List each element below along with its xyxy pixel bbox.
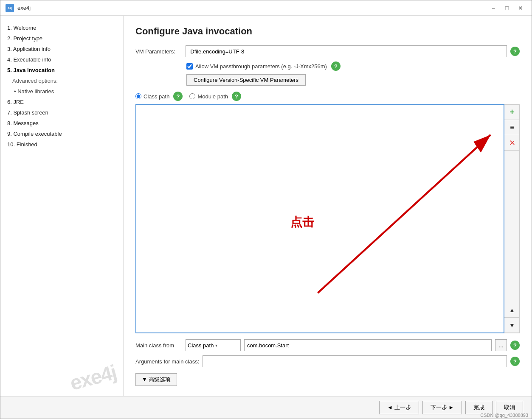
classpath-container: 点击 + ≡ ✕ ▲ ▼ [135,104,520,333]
watermark: CSDN @qq_43388893 [480,413,528,418]
vm-params-help-button[interactable]: ? [510,47,520,56]
panel-title: Configure Java invocation [135,26,520,37]
vm-params-input[interactable] [186,45,507,57]
sidebar-item-messages[interactable]: 8. Messages [0,118,123,128]
app-title: exe4j [17,5,31,11]
sidebar-nav: 1. Welcome2. Project type3. Application … [0,16,123,337]
classpath-sidebar-buttons: + ≡ ✕ ▲ ▼ [504,104,520,333]
module-path-help-button[interactable]: ? [232,92,241,101]
bottom-bar: ◄ 上一步 下一步 ► 完成 取消 CSDN @qq_43388893 [0,396,532,419]
remove-classpath-button[interactable]: ✕ [504,135,520,151]
vm-params-row: VM Parameters: ? [135,45,520,57]
class-path-radio-item: Class path ? [135,92,183,101]
sidebar-item-native-libs[interactable]: • Native libraries [0,86,123,97]
main-window: e4j exe4j − □ ✕ 1. Welcome2. Project typ… [0,0,532,419]
main-class-input[interactable] [244,339,492,351]
move-up-button[interactable]: ▲ [504,302,520,318]
allow-passthrough-row: Allow VM passthrough parameters (e.g. -J… [186,61,520,71]
class-path-help-button[interactable]: ? [173,92,183,101]
sidebar-item-advanced-options[interactable]: Advanced options: [0,75,123,86]
args-input[interactable] [203,355,507,367]
allow-passthrough-checkbox[interactable] [186,63,193,70]
main-class-help-button[interactable]: ? [510,341,520,350]
content-panel: Configure Java invocation VM Parameters:… [124,16,532,396]
next-button[interactable]: 下一步 ► [422,401,462,414]
args-label: Arguments for main class: [135,358,199,365]
prev-button[interactable]: ◄ 上一步 [379,401,419,414]
args-help-button[interactable]: ? [510,357,520,366]
titlebar-left: e4j exe4j [6,4,31,12]
main-class-browse-button[interactable]: ... [495,339,507,351]
advanced-options-button[interactable]: ▼ 高级选项 [135,373,177,386]
edit-classpath-button[interactable]: ≡ [504,120,520,135]
sidebar-logo: exe4j [0,337,123,396]
configure-btn-row: Configure Version-Specific VM Parameters [186,74,520,86]
sidebar: 1. Welcome2. Project type3. Application … [0,16,124,396]
sidebar-item-splash[interactable]: 7. Splash screen [0,107,123,118]
main-class-row: Main class from Class path ▾ ... ? [135,339,520,351]
app-icon: e4j [6,4,14,12]
module-path-radio[interactable] [189,93,195,99]
advanced-row: ▼ 高级选项 [135,373,520,386]
maximize-button[interactable]: □ [501,3,513,13]
sidebar-item-java-invoc[interactable]: 5. Java invocation [0,65,123,75]
titlebar: e4j exe4j − □ ✕ [0,0,532,16]
annotation-text: 点击 [290,214,314,230]
main-class-label: Main class from [135,342,182,349]
configure-vm-button[interactable]: Configure Version-Specific VM Parameters [186,74,306,86]
class-path-radio[interactable] [135,93,141,99]
class-path-label: Class path [144,93,169,100]
sidebar-item-finished[interactable]: 10. Finished [0,139,123,150]
svg-line-1 [318,135,490,293]
module-path-label: Module path [197,93,228,100]
titlebar-controls: − □ ✕ [487,3,526,13]
module-path-radio-item: Module path ? [189,92,241,101]
main-class-dropdown[interactable]: Class path ▾ [186,339,241,351]
sidebar-item-app-info[interactable]: 3. Application info [0,44,123,54]
main-content: 1. Welcome2. Project type3. Application … [0,16,532,396]
allow-passthrough-label: Allow VM passthrough parameters (e.g. -J… [195,63,327,70]
dropdown-arrow-icon: ▾ [215,343,217,348]
close-button[interactable]: ✕ [515,3,526,13]
vm-params-label: VM Parameters: [135,48,182,55]
sidebar-item-jre[interactable]: 6. JRE [0,97,123,107]
passthrough-help-button[interactable]: ? [331,61,341,71]
arrow-annotation [136,105,504,332]
add-classpath-button[interactable]: + [504,105,520,120]
spacer [504,151,519,302]
classpath-list[interactable]: 点击 [135,104,504,333]
minimize-button[interactable]: − [487,3,499,13]
sidebar-item-welcome[interactable]: 1. Welcome [0,22,123,33]
move-down-button[interactable]: ▼ [504,318,520,333]
path-type-row: Class path ? Module path ? [135,92,520,101]
sidebar-item-project-type[interactable]: 2. Project type [0,33,123,44]
sidebar-item-compile[interactable]: 9. Compile executable [0,128,123,139]
args-row: Arguments for main class: ? [135,355,520,367]
sidebar-item-exe-info[interactable]: 4. Executable info [0,54,123,65]
logo-text: exe4j [68,360,119,395]
